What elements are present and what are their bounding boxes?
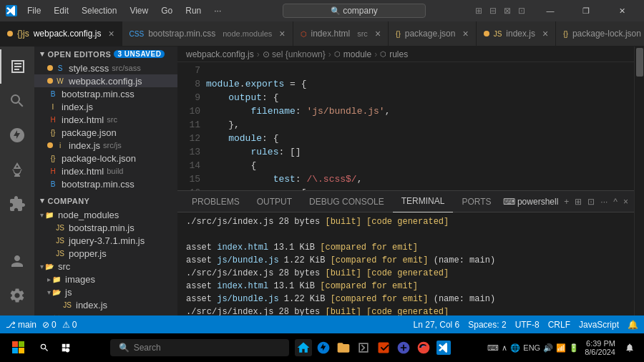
file-index-js[interactable]: JS index.js [34, 298, 177, 311]
menu-more[interactable]: ··· [208, 4, 227, 17]
tab-close-icon[interactable]: × [462, 28, 468, 39]
open-editor-webpack[interactable]: W webpack.config.js [34, 74, 177, 87]
close-button[interactable]: ✕ [605, 0, 638, 21]
code-content[interactable]: module.exports = { output: { filename: '… [206, 62, 634, 190]
line-ending-status[interactable]: CRLF [548, 320, 570, 330]
title-search[interactable]: 🔍 company [283, 4, 426, 18]
menu-go[interactable]: Go [155, 4, 178, 17]
icon-panels[interactable]: ⊡ [515, 4, 528, 17]
minimize-button[interactable]: — [534, 0, 567, 21]
menu-view[interactable]: View [124, 4, 154, 17]
activity-explorer[interactable] [0, 49, 34, 84]
activity-extensions[interactable] [0, 187, 34, 221]
taskbar-office[interactable] [375, 339, 392, 356]
file-jquery[interactable]: JS jquery-3.7.1.min.js [34, 234, 177, 247]
volume-icon[interactable]: 🔊 [543, 343, 553, 353]
icon-split[interactable]: ⊟ [487, 4, 499, 17]
maximize-button[interactable]: ❐ [570, 0, 602, 21]
folder-images[interactable]: ▸ 📁 images [34, 273, 177, 285]
menu-file[interactable]: File [21, 4, 47, 17]
icon-grid[interactable]: ⊠ [501, 4, 514, 17]
tab-close-icon[interactable]: × [108, 28, 114, 39]
tab-index-js[interactable]: JS index.js × [477, 21, 557, 46]
activity-account[interactable] [0, 244, 34, 278]
folder-js[interactable]: ▾ 📂 js [34, 285, 177, 298]
taskbar-teams[interactable] [395, 339, 412, 356]
panel-more-button[interactable]: ··· [600, 197, 608, 207]
menu-edit[interactable]: Edit [48, 4, 74, 17]
split-terminal-button[interactable]: ⊞ [575, 197, 582, 207]
notification-center[interactable] [621, 339, 638, 356]
wifi-icon[interactable]: 📶 [556, 343, 566, 353]
start-button[interactable] [6, 335, 31, 361]
open-editor-style-scss[interactable]: S style.scss src/sass [34, 62, 177, 74]
terminal-content[interactable]: ./src/js/index.js 28 bytes [built] [code… [177, 212, 634, 315]
taskbar-edge[interactable] [315, 339, 332, 356]
activity-git[interactable] [0, 118, 34, 152]
menu-selection[interactable]: Selection [76, 4, 122, 17]
git-branch-status[interactable]: ⎇ main [6, 320, 36, 330]
tab-package-json[interactable]: {} package.json × [389, 21, 477, 46]
tab-css-icon: CSS [130, 30, 145, 38]
tab-package-lock[interactable]: {} package-lock.json × [556, 21, 644, 46]
tab-index-html[interactable]: ⬡ index.html src × [293, 21, 389, 46]
task-search-icon[interactable] [36, 339, 53, 356]
folder-node-modules[interactable]: ▾ 📁 node_modules [34, 208, 177, 221]
activity-debug[interactable] [0, 152, 34, 187]
language-status[interactable]: JavaScript [579, 320, 619, 330]
tray-expand-icon[interactable]: ∧ [502, 343, 507, 353]
file-popper[interactable]: JS popper.js [34, 247, 177, 260]
notification-bell[interactable]: 🔔 [628, 320, 638, 330]
open-editor-bootstrap-css[interactable]: B bootstrap.min.css [34, 87, 177, 100]
tab-bootstrap-css[interactable]: CSS bootstrap.min.css node.modules × [122, 21, 293, 46]
taskbar-explorer[interactable] [295, 339, 312, 356]
company-header[interactable]: ▾ COMPANY [34, 193, 177, 208]
editor-scrollbar[interactable] [634, 47, 644, 315]
open-editor-package-lock[interactable]: {} package-lock.json [34, 152, 177, 165]
panel-close-button[interactable]: × [623, 197, 628, 207]
folder-src[interactable]: ▾ 📂 src [34, 260, 177, 273]
code-editor[interactable]: 78910 11121314 15161718 19202122 2324 mo… [177, 62, 634, 190]
encoding-status[interactable]: UTF-8 [515, 320, 540, 330]
activity-settings[interactable] [0, 278, 34, 313]
taskbar-search-area[interactable]: 🔍 Search [110, 339, 289, 356]
spaces-status[interactable]: Spaces: 2 [468, 320, 506, 330]
error-status[interactable]: ⊘ 0 [42, 320, 57, 330]
tab-close-icon[interactable]: × [542, 28, 548, 39]
panel-tab-debug-console[interactable]: DEBUG CONSOLE [301, 191, 393, 212]
open-editor-index-html-build[interactable]: H index.html build [34, 165, 177, 177]
panel-maximize-button[interactable]: ^ [613, 197, 618, 207]
open-editor-index-html-src[interactable]: H index.html src [34, 113, 177, 126]
task-widgets-icon[interactable] [57, 339, 74, 356]
scrollbar-thumb[interactable] [636, 48, 643, 77]
warning-status[interactable]: ⚠ 0 [62, 320, 77, 330]
keyboard-icon[interactable]: ⌨ [487, 343, 499, 353]
cursor-position[interactable]: Ln 27, Col 6 [414, 320, 460, 330]
panel-tab-problems[interactable]: PROBLEMS [183, 191, 248, 212]
language-icon[interactable]: ENG [523, 343, 540, 352]
icon-layouts[interactable]: ⊞ [472, 4, 485, 17]
tab-webpack-config[interactable]: {}js webpack.config.js × [0, 21, 122, 46]
tab-close-icon[interactable]: × [375, 28, 381, 39]
panel-tab-terminal[interactable]: TERMINAL [393, 191, 454, 212]
open-editors-header[interactable]: ▾ OPEN EDITORS 3 unsaved [34, 47, 177, 62]
open-editor-package-json[interactable]: {} package.json [34, 126, 177, 139]
add-terminal-button[interactable]: + [564, 197, 569, 207]
taskbar-vscode[interactable] [435, 339, 452, 356]
open-editor-index-js[interactable]: I index.js [34, 100, 177, 113]
panel-kill-button[interactable]: ⊡ [587, 197, 595, 207]
tab-close-icon[interactable]: × [279, 28, 285, 39]
activity-search[interactable] [0, 84, 34, 118]
file-bootstrap-min-js[interactable]: JS bootstrap.min.js [34, 221, 177, 234]
panel-tab-output[interactable]: OUTPUT [248, 191, 301, 212]
taskbar-terminal[interactable] [355, 339, 372, 356]
taskbar-chrome[interactable] [415, 339, 432, 356]
open-editor-index-js-src[interactable]: i index.js src/js [34, 139, 177, 152]
panel-tab-ports[interactable]: PORTS [453, 191, 499, 212]
battery-icon[interactable]: 🔋 [569, 343, 579, 353]
open-editor-bootstrap-min-css-2[interactable]: B bootstrap.min.css [34, 177, 177, 190]
clock-display[interactable]: 6:39 PM 8/6/2024 [585, 339, 615, 356]
network-icon[interactable]: 🌐 [510, 343, 520, 353]
menu-run[interactable]: Run [180, 4, 207, 17]
taskbar-files[interactable] [335, 339, 352, 356]
